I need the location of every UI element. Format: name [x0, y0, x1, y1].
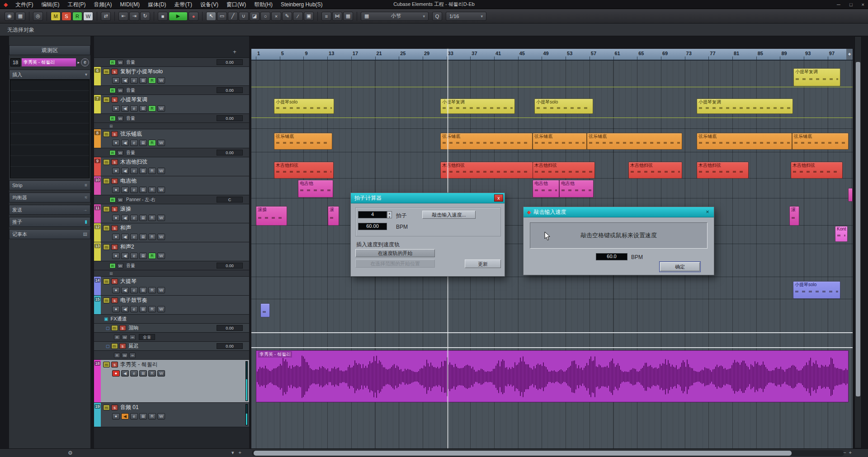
insert-slot[interactable] — [10, 123, 89, 134]
midi-input-button[interactable]: ⊞ — [139, 105, 147, 112]
automation-row-extra[interactable]: ⊞ — [94, 270, 249, 277]
read-button[interactable]: R — [148, 370, 156, 377]
mute-all-button[interactable]: M — [51, 12, 61, 21]
inspector-section-记事本[interactable]: 记事本▤ — [9, 229, 90, 239]
insert-slot[interactable] — [10, 134, 89, 145]
clip[interactable]: 木吉他扫弦 — [274, 162, 334, 179]
zoom-out-button[interactable]: − — [843, 450, 846, 455]
monitor-button[interactable]: ◀ — [121, 168, 129, 174]
horizontal-scrollbar[interactable] — [252, 450, 844, 456]
monitor-button[interactable]: ◀ — [121, 105, 129, 112]
read-button[interactable]: R — [109, 88, 116, 93]
track-name[interactable]: 电吉他 — [120, 177, 137, 185]
inspector-section-均衡器[interactable]: 均衡器≈ — [9, 193, 90, 203]
write-button[interactable]: W — [157, 413, 165, 419]
read-button[interactable]: R — [148, 413, 156, 419]
fx-∞-button[interactable]: ∞ — [129, 353, 136, 358]
clip[interactable]: 小提琴solo — [274, 99, 334, 114]
track-row-6[interactable]: 6ms复制于小提琴solo●◀e⊞RW — [94, 67, 249, 86]
edit-channel-button[interactable]: e — [130, 413, 138, 419]
chevron-down-icon[interactable]: ▾ — [231, 450, 234, 456]
clip[interactable]: 小提琴复调 — [697, 99, 793, 114]
midi-input-button[interactable]: ⊞ — [139, 287, 147, 293]
solo-button[interactable]: s — [111, 69, 118, 75]
clip[interactable]: 滚 — [328, 206, 339, 226]
monitor-button[interactable]: ◀ — [121, 370, 129, 377]
inspector-section-发送[interactable]: 发送→ — [9, 205, 90, 215]
mute-button[interactable]: m — [103, 131, 110, 137]
edit-channel-button[interactable]: e — [130, 215, 138, 221]
beat-calculator-title-bar[interactable]: 拍子计算器 — [351, 193, 505, 203]
solo-button[interactable]: s — [111, 97, 118, 103]
automation-value[interactable]: 0.00 — [217, 115, 243, 121]
automation-value[interactable]: 0.00 — [217, 87, 243, 93]
beats-spinner[interactable]: ▴ ▾ — [387, 211, 392, 218]
inspector-section-strip[interactable]: Strip≡ — [9, 180, 90, 190]
edit-channel-button[interactable]: e — [130, 105, 138, 112]
midi-input-button[interactable]: ⊞ — [139, 77, 147, 84]
zoom-in-button[interactable]: + — [849, 450, 852, 455]
clip[interactable] — [848, 188, 853, 202]
spinner-down-icon[interactable]: ▾ — [387, 215, 392, 219]
expand-tracks-button[interactable]: + — [239, 450, 241, 456]
write-button[interactable]: W — [117, 116, 123, 121]
automation-row[interactable]: RWPanner - 左-右C — [94, 195, 249, 204]
monitor-button[interactable]: ◀ — [121, 287, 129, 293]
record-arm-button[interactable]: ● — [112, 187, 120, 193]
write-button[interactable]: W — [117, 60, 123, 65]
erase-tool[interactable]: ◪ — [250, 12, 259, 21]
write-button[interactable]: W — [157, 234, 165, 240]
play-tool[interactable]: ∕ — [293, 12, 303, 21]
fx-level-value[interactable]: 0.00 — [217, 343, 243, 349]
edit-channel-button[interactable]: e — [130, 253, 138, 259]
tap-tempo-button[interactable]: 敲击输入速度... — [422, 211, 476, 219]
insert-slot[interactable] — [10, 145, 89, 156]
read-button[interactable]: R — [109, 60, 116, 65]
menu-item[interactable]: MIDI(M) — [116, 0, 144, 9]
track-name[interactable]: 滚操 — [120, 205, 131, 213]
horizontal-scrollbar-thumb[interactable] — [254, 451, 792, 456]
write-button[interactable]: W — [157, 287, 165, 293]
solo-all-button[interactable]: S — [61, 12, 71, 21]
automation-row-extra[interactable]: ⊞ — [94, 123, 249, 129]
record-arm-button[interactable]: ● — [112, 234, 120, 240]
record-arm-button[interactable]: ● — [112, 413, 120, 419]
snap-button[interactable]: ⋈ — [332, 12, 342, 21]
tap-tempo-title-bar[interactable]: ◆ 敲击输入速度 — [524, 207, 714, 217]
split-tool[interactable]: ╱ — [228, 12, 238, 21]
clip[interactable]: 小提琴solo — [793, 281, 840, 299]
mute-button[interactable]: m — [103, 362, 110, 367]
track-name[interactable]: 电子鼓节奏 — [120, 297, 147, 304]
glue-tool[interactable]: ∪ — [239, 12, 249, 21]
tap-bpm-field[interactable]: 60.0 — [596, 253, 627, 260]
write-button[interactable]: W — [157, 306, 165, 312]
solo-button[interactable]: s — [111, 362, 118, 367]
go-previous-button[interactable]: ⇤ — [118, 12, 128, 21]
clip[interactable]: 小提琴solo — [534, 99, 593, 114]
play-button[interactable]: ▶ — [169, 12, 188, 21]
clip[interactable]: 弦乐铺底 — [533, 133, 587, 150]
clip[interactable]: 小提琴复调 — [793, 68, 840, 86]
mute-button[interactable]: m — [103, 405, 110, 410]
track-name[interactable]: 音频 01 — [120, 404, 139, 411]
midi-input-button[interactable]: ⊞ — [139, 253, 147, 259]
activity-button[interactable]: ◉ — [5, 12, 14, 21]
track-row-15[interactable]: 15ms电子鼓节奏●◀e⊞RW — [94, 296, 249, 315]
menu-item[interactable]: 设备(V) — [196, 0, 222, 9]
midi-input-button[interactable]: ⊞ — [139, 413, 147, 419]
read-button[interactable]: R — [109, 263, 116, 269]
midi-input-button[interactable]: ⊞ — [139, 234, 147, 240]
automation-row[interactable]: RW音量0.00 — [94, 114, 249, 123]
track-name[interactable]: 木吉他扫弦 — [120, 158, 147, 166]
monitor-button[interactable]: ◀ — [121, 77, 129, 84]
track-row-11[interactable]: 11ms滚操●◀e⊞RW — [94, 204, 249, 223]
insert-slot[interactable] — [10, 156, 89, 167]
monitor-button[interactable]: ◀ — [121, 253, 129, 259]
track-row-18[interactable]: 18ms李秀英 - 췌쬘리●◀e⊞RW — [94, 360, 249, 403]
zoom-tool[interactable]: ○ — [260, 12, 270, 21]
mute-button[interactable]: m — [103, 159, 110, 165]
draw-tool[interactable]: ✎ — [282, 12, 292, 21]
autoscroll-button[interactable]: ≡ — [321, 12, 331, 21]
clip[interactable]: 木吉他扫弦 — [697, 162, 749, 179]
refresh-button[interactable]: 更新 — [465, 259, 501, 268]
